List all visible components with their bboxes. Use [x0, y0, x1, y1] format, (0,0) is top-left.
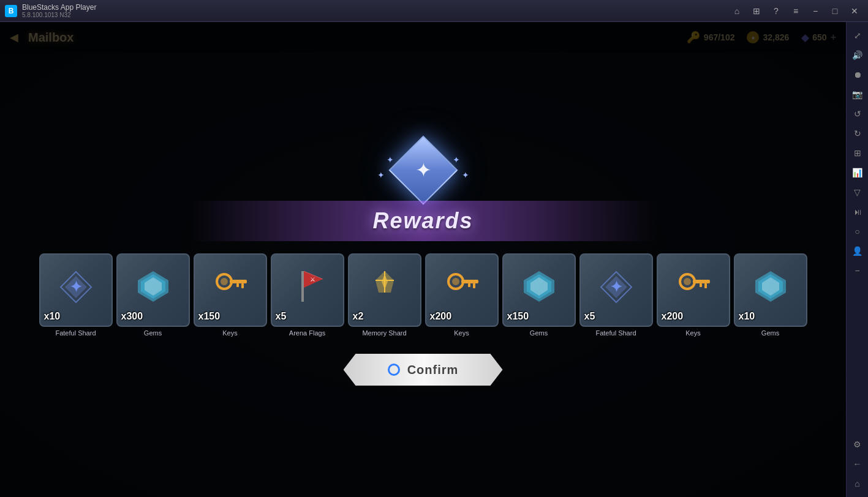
item-icon-7: ✦ [598, 269, 635, 312]
sidebar-apps-icon[interactable]: ⊞ [849, 144, 866, 162]
center-diamond [388, 135, 458, 204]
item-label-5: Keys [454, 329, 469, 337]
item-label-9: Gems [761, 329, 779, 337]
reward-item-6: x150Gems [502, 253, 576, 337]
star-left-top: ✦ [387, 155, 394, 165]
item-icon-6 [521, 268, 557, 312]
app-name: BlueStacks App Player [22, 3, 96, 12]
reward-item-3: ⚔ x5Arena Flags [271, 253, 344, 337]
menu-button[interactable]: ≡ [787, 2, 804, 20]
confirm-button[interactable]: Confirm [344, 354, 503, 386]
sidebar-stats-icon[interactable]: 📊 [849, 164, 866, 181]
item-label-4: Memory Shard [362, 329, 406, 337]
reward-item-0: ✦ x10Fateful Shard [39, 253, 113, 337]
grid-button[interactable]: ⊞ [748, 2, 765, 20]
item-box-8: x200 [657, 253, 730, 327]
home-button[interactable]: ⌂ [728, 2, 745, 20]
item-count-7: x5 [584, 311, 595, 322]
svg-rect-32 [693, 280, 710, 283]
window-controls: ⌂ ⊞ ? ≡ − □ ✕ [728, 2, 863, 20]
reward-item-7: ✦ x5Fateful Shard [579, 253, 653, 337]
items-container: ✦ x10Fateful Shard x300Gems x150Keys ⚔ x… [33, 253, 813, 337]
title-bar: B BlueStacks App Player 5.8.100.1013 N32… [0, 0, 868, 22]
game-area: ◀ Mailbox 🔑 967/102 ● 32,826 ◆ 650 + [0, 22, 846, 497]
item-box-3: ⚔ x5 [271, 253, 344, 327]
item-box-0: ✦ x10 [39, 253, 113, 327]
item-count-4: x2 [353, 311, 364, 322]
minimize-button[interactable]: − [807, 2, 824, 20]
item-box-1: x300 [116, 253, 190, 327]
modal-overlay: ✦ ✦ ✦ ✦ ✦ Rewards ✦ x10Fateful Shard [0, 22, 846, 497]
star-decoration: ✦ ✦ ✦ ✦ ✦ [374, 133, 472, 207]
item-icon-9 [752, 268, 789, 312]
confirm-circle-icon [388, 364, 400, 376]
item-icon-8 [675, 268, 712, 312]
item-icon-2 [212, 268, 249, 312]
item-icon-1 [135, 268, 172, 312]
item-label-8: Keys [685, 329, 700, 337]
reward-item-4: x2Memory Shard [348, 253, 421, 337]
close-button[interactable]: ✕ [846, 2, 863, 20]
item-icon-0: ✦ [58, 269, 94, 312]
item-count-0: x10 [44, 311, 61, 322]
item-count-6: x150 [507, 311, 529, 322]
sidebar-user-icon[interactable]: 👤 [849, 242, 866, 260]
sidebar-circle-icon[interactable]: ○ [849, 223, 866, 240]
item-label-6: Gems [530, 329, 548, 337]
svg-point-31 [684, 278, 691, 285]
reward-item-2: x150Keys [194, 253, 267, 337]
svg-point-7 [221, 278, 228, 285]
svg-rect-11 [301, 271, 304, 302]
app-icon: B [5, 5, 17, 17]
star-right-mid: ✦ [462, 170, 469, 180]
sidebar-record-icon[interactable]: ⏺ [849, 66, 866, 83]
item-label-3: Arena Flags [289, 329, 325, 337]
rewards-modal: ✦ ✦ ✦ ✦ ✦ Rewards ✦ x10Fateful Shard [172, 133, 674, 386]
sidebar-settings-icon[interactable]: ⚙ [849, 436, 866, 453]
item-icon-4 [366, 268, 403, 312]
item-count-5: x200 [430, 311, 452, 322]
maximize-button[interactable]: □ [826, 2, 843, 20]
sidebar-home-icon[interactable]: ⌂ [849, 475, 866, 492]
item-label-1: Gems [144, 329, 162, 337]
sidebar-down-icon[interactable]: ▽ [849, 184, 866, 201]
svg-rect-22 [473, 283, 475, 288]
title-bar-info: BlueStacks App Player 5.8.100.1013 N32 [22, 3, 96, 18]
confirm-label: Confirm [407, 363, 459, 377]
svg-text:⚔: ⚔ [309, 276, 315, 283]
sidebar-rotate-icon[interactable]: ↻ [849, 125, 866, 142]
item-box-5: x200 [425, 253, 499, 327]
item-icon-5 [443, 268, 480, 312]
svg-rect-21 [461, 280, 478, 283]
reward-item-8: x200Keys [657, 253, 730, 337]
item-box-2: x150 [194, 253, 267, 327]
help-button[interactable]: ? [768, 2, 785, 20]
svg-rect-23 [468, 283, 470, 287]
item-label-7: Fateful Shard [595, 329, 636, 337]
sidebar-macro-icon[interactable]: ⏯ [849, 203, 866, 220]
rewards-banner: Rewards [191, 201, 656, 241]
right-sidebar: ⤢ 🔊 ⏺ 📷 ↺ ↻ ⊞ 📊 ▽ ⏯ ○ 👤 − ⚙ ← ⌂ [846, 22, 868, 497]
svg-point-20 [452, 278, 459, 285]
item-count-2: x150 [198, 311, 221, 322]
svg-text:✦: ✦ [610, 278, 622, 295]
item-icon-3: ⚔ [289, 268, 326, 312]
svg-rect-10 [236, 283, 239, 287]
reward-item-9: x10Gems [734, 253, 807, 337]
item-count-1: x300 [121, 311, 143, 322]
item-count-3: x5 [276, 311, 287, 322]
sidebar-refresh-icon[interactable]: ↺ [849, 105, 866, 122]
reward-item-1: x300Gems [116, 253, 190, 337]
item-box-6: x150 [502, 253, 576, 327]
sidebar-expand-icon[interactable]: ⤢ [849, 27, 866, 44]
svg-text:✦: ✦ [70, 278, 82, 295]
sidebar-back-icon[interactable]: ← [849, 455, 866, 473]
item-box-9: x10 [734, 253, 807, 327]
star-left-mid: ✦ [377, 170, 385, 180]
svg-rect-33 [704, 283, 707, 288]
sidebar-screenshot-icon[interactable]: 📷 [849, 86, 866, 103]
sidebar-volume-icon[interactable]: 🔊 [849, 47, 866, 64]
svg-rect-9 [241, 283, 244, 288]
reward-item-5: x200Keys [425, 253, 499, 337]
sidebar-minus-icon[interactable]: − [849, 262, 866, 279]
